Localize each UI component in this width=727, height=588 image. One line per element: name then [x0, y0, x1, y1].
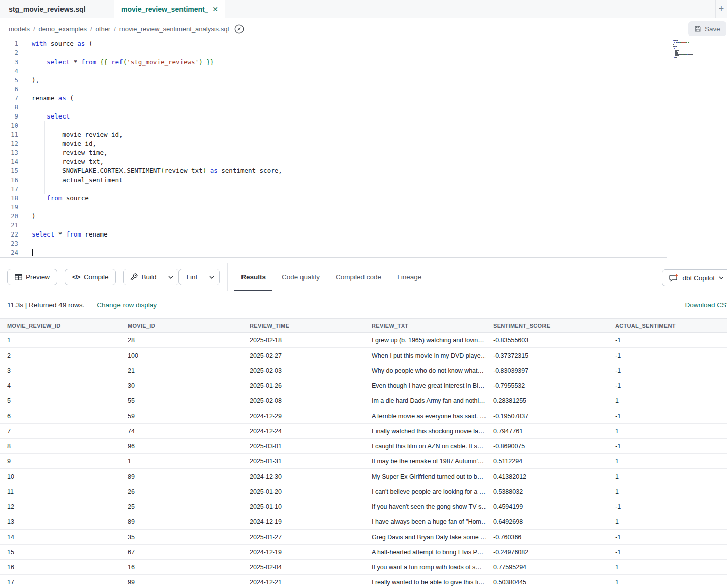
cell-actual_sentiment: 1: [608, 514, 727, 529]
cell-review_time: 2024-12-21: [243, 575, 365, 588]
compile-button[interactable]: </> Compile: [65, 269, 116, 285]
code-line[interactable]: 9 select: [0, 112, 667, 121]
line-number: 24: [0, 248, 28, 257]
code-line[interactable]: 1with source as (: [0, 39, 667, 48]
editor-minimap[interactable]: [673, 40, 705, 65]
cell-movie_review_id: 14: [0, 530, 120, 544]
lint-split-button: Lint: [179, 269, 220, 285]
code-line[interactable]: 20): [0, 212, 667, 221]
cell-actual_sentiment: 1: [608, 424, 727, 438]
new-tab-button[interactable]: +: [715, 0, 727, 18]
save-button[interactable]: Save: [688, 21, 726, 36]
cell-movie_review_id: 4: [0, 378, 120, 393]
line-number: 5: [0, 76, 28, 85]
column-header[interactable]: REVIEW_TIME: [243, 319, 365, 332]
editor-tab-2[interactable]: movie_review_sentiment_...✕: [114, 0, 225, 18]
cell-review_txt: I have always been a huge fan of "Hom…: [365, 514, 486, 529]
cell-sentiment_score: 0.6492698: [486, 514, 608, 529]
cell-movie_review_id: 8: [0, 439, 120, 453]
column-header[interactable]: REVIEW_TXT: [365, 319, 486, 332]
table-row: 7742024-12-24Finally watched this shocki…: [0, 424, 727, 439]
tab-lineage[interactable]: Lineage: [391, 263, 428, 291]
code-text: [32, 248, 33, 257]
cell-movie_id: 26: [120, 484, 243, 499]
code-line[interactable]: 16 actual_sentiment: [0, 175, 667, 185]
cell-review_txt: I caught this film on AZN on cable. It s…: [365, 439, 486, 453]
column-header[interactable]: SENTIMENT_SCORE: [486, 319, 608, 332]
tab-results[interactable]: Results: [234, 263, 272, 291]
close-icon[interactable]: ✕: [208, 6, 218, 13]
code-text: movie_id,: [32, 139, 96, 148]
cell-review_time: 2025-02-08: [243, 393, 365, 408]
copilot-compass-button[interactable]: [234, 24, 245, 34]
lint-button[interactable]: Lint: [179, 269, 204, 285]
download-csv-link[interactable]: Download CSV: [685, 301, 727, 309]
column-header[interactable]: MOVIE_REVIEW_ID: [0, 319, 120, 332]
code-line[interactable]: 11 movie_review_id,: [0, 130, 667, 139]
code-line[interactable]: 6: [0, 85, 667, 94]
expand-cell-icon[interactable]: [486, 563, 486, 570]
review-text: A half-hearted attempt to bring Elvis P…: [372, 549, 483, 556]
lint-dropdown-button[interactable]: [204, 269, 219, 285]
code-text: movie_review_id,: [32, 130, 123, 139]
cell-review_time: 2025-01-26: [243, 378, 365, 393]
change-row-display-link[interactable]: Change row display: [97, 301, 157, 309]
code-line[interactable]: 2: [0, 48, 667, 57]
line-number: 16: [0, 175, 28, 185]
breadcrumb-segment: models: [9, 25, 30, 33]
code-line[interactable]: 3 select * from {{ ref('stg_movie_review…: [0, 57, 667, 67]
cell-movie_review_id: 12: [0, 499, 120, 514]
code-line[interactable]: 24: [0, 248, 667, 257]
build-dropdown-button[interactable]: [163, 269, 178, 285]
preview-label: Preview: [26, 273, 50, 281]
breadcrumb-segment: other: [96, 25, 111, 33]
code-line[interactable]: 23: [0, 239, 667, 248]
line-number: 4: [0, 67, 28, 76]
code-line[interactable]: 5),: [0, 76, 667, 85]
cell-movie_review_id: 1: [0, 333, 120, 347]
cell-movie_id: 21: [120, 363, 243, 378]
code-line[interactable]: 4: [0, 67, 667, 76]
code-line[interactable]: 14 review_txt,: [0, 157, 667, 166]
column-header[interactable]: MOVIE_ID: [120, 319, 243, 332]
code-line[interactable]: 15 SNOWFLAKE.CORTEX.SENTIMENT(review_txt…: [0, 166, 667, 175]
review-text: If you haven't seen the gong show TV s…: [372, 503, 486, 510]
sql-code-editor[interactable]: 1with source as (23 select * from {{ ref…: [0, 39, 727, 263]
code-line[interactable]: 13 review_time,: [0, 148, 667, 157]
editor-tab-1[interactable]: stg_movie_reviews.sql: [0, 0, 114, 18]
column-header[interactable]: ACTUAL_SENTIMENT: [608, 319, 727, 332]
build-button[interactable]: Build: [124, 269, 163, 285]
tab-compiled-code[interactable]: Compiled code: [329, 263, 388, 291]
cell-movie_review_id: 13: [0, 514, 120, 529]
tab-code-quality[interactable]: Code quality: [275, 263, 326, 291]
code-line[interactable]: 18 from source: [0, 194, 667, 203]
dbt-copilot-button[interactable]: dbt Copilot: [662, 269, 727, 286]
cell-review_time: 2024-12-29: [243, 408, 365, 423]
code-line[interactable]: 12 movie_id,: [0, 139, 667, 148]
cell-movie_review_id: 15: [0, 545, 120, 559]
code-line[interactable]: 7rename as (: [0, 94, 667, 103]
line-number: 12: [0, 139, 28, 148]
line-number: 21: [0, 221, 28, 230]
code-line[interactable]: 8: [0, 103, 667, 112]
code-line[interactable]: 17: [0, 185, 667, 194]
preview-button[interactable]: Preview: [7, 269, 57, 285]
code-line[interactable]: 10: [0, 121, 667, 130]
review-text: I can't believe people are looking for a…: [372, 488, 486, 495]
cell-sentiment_score: -0.24976082: [486, 545, 608, 559]
review-text: Why do people who do not know what…: [372, 367, 484, 374]
cell-review_txt: Why do people who do not know what…: [365, 363, 486, 378]
table-row: 8962025-03-01I caught this film on AZN o…: [0, 439, 727, 454]
code-line[interactable]: 19: [0, 203, 667, 212]
code-text: review_txt,: [32, 157, 104, 166]
cell-review_time: 2025-02-27: [243, 348, 365, 363]
review-text: Even though I have great interest in Bi…: [372, 382, 484, 389]
code-line[interactable]: 22select * from rename: [0, 230, 667, 239]
cell-review_txt: A half-hearted attempt to bring Elvis P…: [365, 545, 486, 559]
cell-movie_id: 28: [120, 333, 243, 347]
code-line[interactable]: 21: [0, 221, 667, 230]
cell-movie_review_id: 3: [0, 363, 120, 378]
cell-sentiment_score: -0.7955532: [486, 378, 608, 393]
editor-tab-bar: stg_movie_reviews.sqlmovie_review_sentim…: [0, 0, 727, 18]
cell-actual_sentiment: -1: [608, 333, 727, 347]
